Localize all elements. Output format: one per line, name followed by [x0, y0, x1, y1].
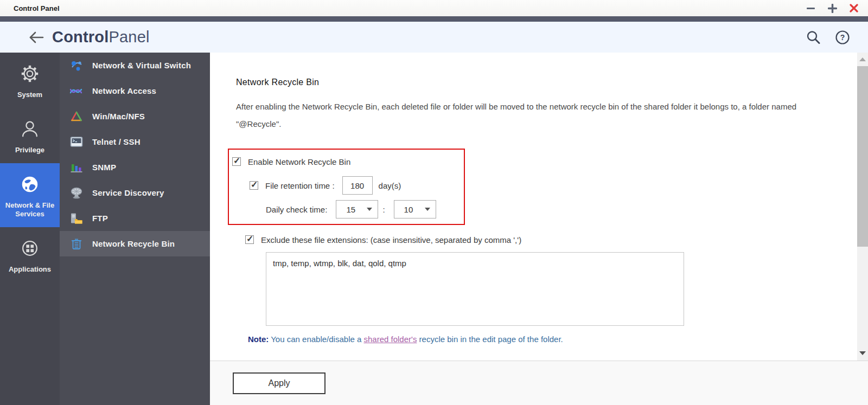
- enable-recycle-bin-row: Enable Network Recycle Bin: [232, 153, 464, 170]
- sidebar-item-label: Privilege: [15, 146, 44, 155]
- maximize-button[interactable]: [827, 3, 837, 13]
- exclude-extensions-label: Exclude these file extensions: (case ins…: [261, 235, 521, 245]
- window-accent-strip: [0, 16, 868, 22]
- daily-check-label: Daily check time:: [266, 205, 327, 214]
- sidebar-item-privilege[interactable]: Privilege: [0, 108, 60, 163]
- section-description: After enabling the Network Recycle Bin, …: [236, 98, 805, 133]
- chevron-down-icon: [367, 208, 372, 211]
- page-title-bold: Control: [52, 28, 109, 46]
- main-row: Network Recycle Bin After enabling the N…: [210, 53, 868, 361]
- window-controls: [806, 3, 859, 13]
- menu-item-telnet-ssh[interactable]: Telnet / SSH: [60, 129, 210, 155]
- excluded-extensions-textarea[interactable]: tmp, temp, wtmp, blk, dat, qold, qtmp: [266, 252, 684, 326]
- highlighted-settings-group: Enable Network Recycle Bin File retentio…: [228, 149, 465, 225]
- menu-item-label: Network Access: [92, 86, 156, 95]
- titlebar: Control Panel: [0, 0, 868, 16]
- window-title: Control Panel: [14, 4, 60, 12]
- virtual-switch-icon: [69, 59, 84, 73]
- note-text-before: You can enable/disable a: [269, 335, 363, 344]
- menu-item-label: FTP: [92, 214, 108, 223]
- menu-item-service-discovery[interactable]: Service Discovery: [60, 180, 210, 205]
- daily-check-hour-select[interactable]: 15: [336, 200, 378, 218]
- sidebar-item-label: Applications: [9, 265, 51, 274]
- retention-days-input[interactable]: [342, 176, 373, 195]
- menu-item-network-recycle-bin[interactable]: Network Recycle Bin: [60, 231, 210, 256]
- main-column: Network Recycle Bin After enabling the N…: [210, 53, 868, 405]
- secondary-sidebar: Network & Virtual Switch Network Access: [60, 53, 210, 405]
- menu-item-label: Network & Virtual Switch: [92, 61, 191, 70]
- settings-panel: Network Recycle Bin After enabling the N…: [210, 53, 857, 361]
- time-separator: :: [382, 205, 385, 214]
- hour-value: 15: [346, 205, 355, 214]
- vertical-scrollbar[interactable]: [857, 53, 868, 361]
- menu-item-win-mac-nfs[interactable]: Win/Mac/NFS: [60, 104, 210, 129]
- scroll-down-arrow-icon[interactable]: [859, 351, 866, 355]
- sidebar-item-label: System: [17, 91, 42, 99]
- file-retention-label: File retention time :: [265, 181, 335, 190]
- primary-sidebar: System Privilege: [0, 53, 60, 405]
- menu-item-label: Service Discovery: [92, 188, 164, 197]
- footer-bar: Apply: [210, 361, 868, 405]
- sidebar-item-system[interactable]: System: [0, 53, 60, 108]
- globe-icon: [20, 174, 40, 195]
- gear-icon: [20, 63, 40, 84]
- note-text-after: recycle bin in the edit page of the fold…: [417, 335, 563, 344]
- enable-recycle-bin-checkbox[interactable]: [232, 157, 241, 166]
- file-retention-checkbox[interactable]: [250, 181, 258, 190]
- sidebar-item-label: Network & File Services: [3, 201, 56, 218]
- file-retention-row: File retention time : day(s): [250, 177, 464, 194]
- chevron-down-icon: [425, 208, 430, 211]
- daily-check-time-row: Daily check time: 15 : 10: [266, 201, 464, 217]
- help-icon[interactable]: ?: [835, 30, 850, 45]
- close-icon: [850, 4, 858, 12]
- bar-chart-icon: [69, 160, 84, 175]
- apps-grid-icon: [20, 238, 40, 259]
- app-body: System Privilege: [0, 53, 868, 405]
- menu-item-label: SNMP: [92, 163, 116, 172]
- minimize-icon: [807, 8, 815, 9]
- back-arrow-icon[interactable]: [28, 31, 44, 44]
- search-icon[interactable]: [806, 30, 821, 45]
- header-icons: ?: [806, 30, 850, 45]
- win-mac-nfs-icon: [69, 110, 84, 124]
- plus-icon: [828, 4, 837, 13]
- menu-item-label: Network Recycle Bin: [92, 239, 175, 248]
- daily-check-minute-select[interactable]: 10: [394, 200, 436, 218]
- sidebar-item-network-file-services[interactable]: Network & File Services: [0, 163, 60, 227]
- menu-item-ftp[interactable]: FTP: [60, 205, 210, 231]
- page-title-light: Panel: [109, 28, 150, 46]
- menu-item-network-virtual-switch[interactable]: Network & Virtual Switch: [60, 53, 210, 78]
- scrollbar-thumb[interactable]: [857, 66, 868, 247]
- exclude-extensions-checkbox[interactable]: [245, 235, 254, 244]
- radar-dish-icon: [69, 186, 84, 200]
- sidebar-item-applications[interactable]: Applications: [0, 227, 60, 282]
- scroll-up-arrow-icon[interactable]: [859, 57, 866, 61]
- minute-value: 10: [404, 205, 413, 214]
- shared-folder-link[interactable]: shared folder's: [363, 335, 417, 344]
- note-label: Note:: [248, 335, 269, 344]
- exclude-extensions-row: Exclude these file extensions: (case ins…: [245, 232, 857, 248]
- apply-button[interactable]: Apply: [233, 372, 326, 394]
- enable-recycle-bin-label: Enable Network Recycle Bin: [248, 157, 350, 166]
- network-access-icon: [69, 84, 84, 98]
- note: Note: You can enable/disable a shared fo…: [248, 335, 857, 344]
- user-icon: [20, 119, 40, 139]
- menu-item-network-access[interactable]: Network Access: [60, 78, 210, 104]
- app-header: ControlPanel ?: [0, 22, 868, 53]
- svg-text:?: ?: [840, 33, 845, 42]
- terminal-icon: [69, 135, 84, 149]
- section-heading: Network Recycle Bin: [236, 78, 857, 87]
- close-button[interactable]: [849, 3, 859, 13]
- recycle-bin-icon: [69, 237, 84, 251]
- control-panel-window: Control Panel ControlPanel: [0, 0, 868, 405]
- menu-item-label: Telnet / SSH: [92, 137, 141, 146]
- page-title: ControlPanel: [52, 28, 150, 46]
- menu-item-snmp[interactable]: SNMP: [60, 155, 210, 180]
- minimize-button[interactable]: [806, 3, 815, 13]
- menu-item-label: Win/Mac/NFS: [92, 112, 145, 121]
- retention-unit-label: day(s): [379, 181, 401, 190]
- ftp-server-folder-icon: [69, 211, 84, 226]
